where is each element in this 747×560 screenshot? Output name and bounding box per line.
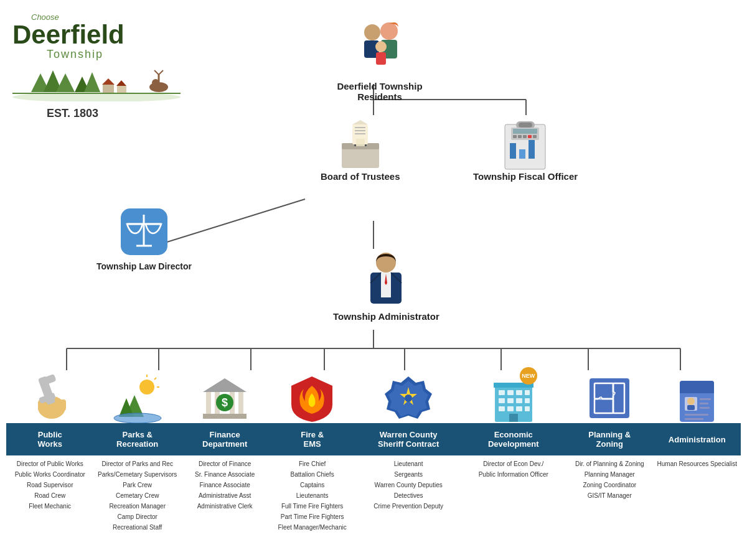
svg-rect-103: [525, 398, 530, 403]
logo-est: EST. 1803: [47, 107, 187, 120]
trustees-icon: [332, 115, 388, 171]
dept-public-works-header: PublicWorks: [6, 423, 93, 455]
dept-planning-icon: [585, 370, 634, 423]
dept-admin-staff: Human Resources Specialist: [656, 455, 738, 472]
dept-finance-icon: $: [200, 370, 250, 423]
residents-label: Deerfield Township Residents: [317, 81, 442, 102]
svg-rect-56: [523, 135, 527, 138]
dept-admin-header: Administration: [654, 423, 741, 455]
dept-sheriff-staff: LieutenantSergeantsWarren County Deputie…: [372, 455, 444, 515]
dept-public-works-staff: Director of Public WorksPublic Works Coo…: [14, 455, 87, 515]
svg-rect-105: [507, 406, 514, 411]
svg-marker-9: [116, 80, 126, 86]
dept-parks-staff: Director of Parks and RecParks/Cemetary …: [96, 455, 178, 536]
residents-icon: [349, 12, 411, 81]
dept-sheriff-header: Warren CountySheriff Contract: [356, 423, 461, 455]
dept-admin-icon: [674, 370, 720, 423]
svg-marker-3: [56, 73, 75, 92]
svg-rect-96: [499, 390, 505, 395]
svg-rect-106: [516, 406, 522, 411]
svg-rect-8: [117, 86, 126, 93]
departments-row: PublicWorks Director of Public WorksPubl…: [6, 370, 741, 536]
dept-parks-header: Parks &Recreation: [93, 423, 181, 455]
dept-planning-staff: Dir. of Planning & ZoningPlanning Manage…: [574, 455, 646, 504]
dept-economic-icon: NEW: [489, 370, 538, 423]
admin-dept-icon: [674, 373, 720, 423]
svg-rect-97: [507, 390, 514, 395]
fiscal-icon: [497, 115, 553, 171]
law-director-icon: [118, 205, 171, 258]
fire-icon: [289, 373, 336, 423]
svg-rect-48: [519, 123, 532, 128]
svg-point-94: [405, 394, 412, 402]
svg-rect-118: [680, 389, 714, 393]
admin-node: Township Administrator: [333, 249, 439, 322]
sheriff-icon: [383, 373, 433, 423]
residents-node: Deerfield Township Residents: [317, 12, 442, 102]
svg-rect-126: [685, 418, 703, 420]
svg-rect-71: [60, 399, 66, 411]
svg-point-75: [139, 380, 154, 394]
logo-township: Township: [47, 48, 187, 61]
svg-rect-102: [516, 398, 522, 403]
new-badge: NEW: [520, 367, 537, 385]
svg-point-14: [152, 79, 159, 86]
svg-rect-87: [238, 392, 243, 414]
logo-landscape: [12, 61, 181, 101]
dept-planning-header: Planning &Zoning: [566, 423, 653, 455]
svg-rect-108: [509, 414, 518, 422]
dept-sheriff-icon: [383, 370, 433, 423]
svg-rect-6: [103, 85, 114, 93]
svg-rect-55: [518, 135, 522, 138]
svg-rect-121: [687, 405, 695, 410]
logo: Choose Deerfield Township: [12, 12, 187, 120]
wrench-icon: [27, 373, 73, 423]
svg-rect-99: [525, 390, 530, 395]
svg-point-31: [380, 22, 398, 40]
svg-point-35: [375, 41, 387, 52]
svg-rect-57: [528, 135, 532, 138]
svg-rect-125: [685, 414, 708, 416]
fiscal-label: Township Fiscal Officer: [473, 171, 578, 182]
dept-fire: Fire &EMS Fire ChiefBattalion ChiefsCapt…: [268, 370, 355, 536]
svg-rect-104: [499, 406, 505, 411]
org-chart: Choose Deerfield Township: [0, 0, 747, 6]
svg-text:$: $: [222, 396, 228, 409]
finance-icon: $: [200, 373, 250, 423]
dept-economic: NEW EconomicDevelopment Director of Econ…: [461, 370, 566, 536]
svg-line-12: [154, 70, 159, 75]
svg-marker-5: [84, 72, 100, 92]
law-director-label: Township Law Director: [96, 261, 192, 271]
admin-icon: [358, 249, 414, 311]
admin-label: Township Administrator: [333, 311, 439, 322]
dept-parks: Parks &Recreation Director of Parks and …: [93, 370, 181, 536]
dept-economic-header: EconomicDevelopment: [461, 423, 566, 455]
trustees-node: Board of Trustees: [321, 115, 400, 182]
svg-rect-54: [513, 135, 517, 138]
dept-finance-header: FinanceDepartment: [181, 423, 268, 455]
svg-rect-44: [356, 139, 365, 146]
svg-line-13: [159, 70, 163, 75]
parks-icon: [113, 373, 162, 423]
trustees-label: Board of Trustees: [321, 171, 400, 182]
svg-line-77: [154, 378, 156, 380]
svg-rect-100: [499, 398, 505, 403]
svg-rect-122: [700, 398, 711, 400]
svg-rect-88: [203, 414, 247, 419]
fiscal-node: Township Fiscal Officer: [473, 115, 578, 182]
svg-point-120: [687, 398, 695, 405]
svg-rect-107: [525, 406, 530, 411]
dept-sheriff: Warren CountySheriff Contract Lieutenant…: [356, 370, 461, 536]
svg-rect-124: [700, 407, 710, 409]
svg-rect-101: [507, 398, 514, 403]
dept-finance-staff: Director of FinanceSr. Finance Associate…: [194, 455, 256, 515]
svg-rect-50: [519, 149, 525, 159]
svg-rect-53: [513, 129, 537, 134]
dept-planning: Planning &Zoning Dir. of Planning & Zoni…: [566, 370, 653, 536]
svg-marker-83: [203, 378, 247, 392]
dept-fire-staff: Fire ChiefBattalion ChiefsCaptainsLieute…: [277, 455, 348, 536]
dept-fire-icon: [289, 370, 336, 423]
logo-deerfield: Deerfield: [12, 22, 125, 48]
svg-marker-7: [102, 78, 115, 85]
dept-public-works: PublicWorks Director of Public WorksPubl…: [6, 370, 93, 536]
